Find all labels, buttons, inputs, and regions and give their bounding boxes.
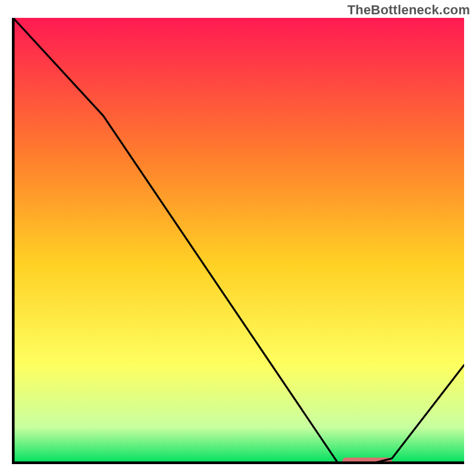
chart-svg	[12, 18, 464, 464]
plot-area	[12, 18, 464, 464]
watermark-text: TheBottleneck.com	[347, 2, 470, 18]
gradient-background	[13, 18, 464, 463]
chart-container: TheBottleneck.com	[0, 0, 476, 476]
